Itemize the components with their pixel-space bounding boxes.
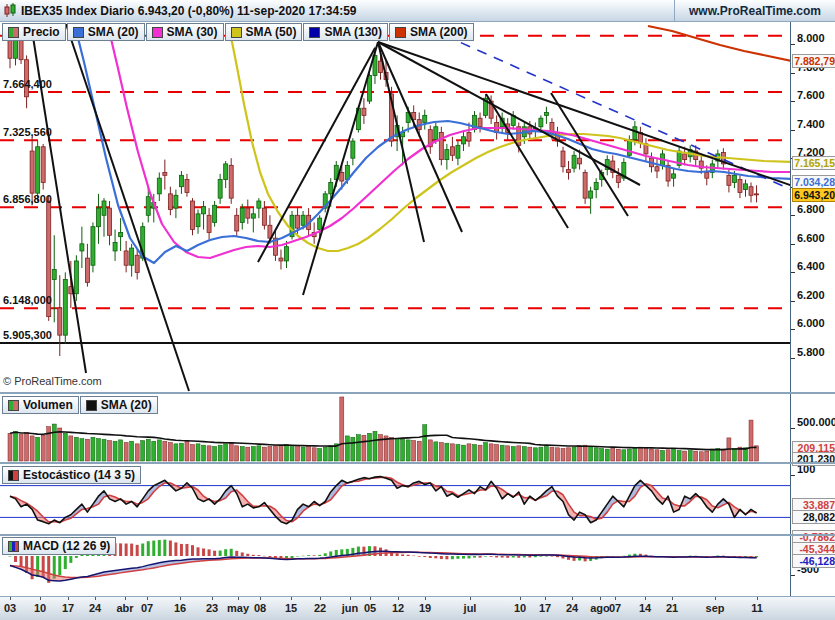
- volume-bar[interactable]: [721, 449, 725, 461]
- volume-bar[interactable]: [41, 435, 45, 461]
- volume-bar[interactable]: [677, 450, 681, 461]
- volume-bar[interactable]: [163, 441, 167, 461]
- volume-bar[interactable]: [589, 446, 593, 461]
- volume-bar[interactable]: [478, 445, 482, 461]
- panel-divider[interactable]: [0, 392, 835, 394]
- volume-bar[interactable]: [190, 445, 194, 462]
- volume-bar[interactable]: [345, 436, 349, 461]
- sma-50-line[interactable]: [228, 22, 792, 251]
- volume-bar[interactable]: [401, 439, 405, 461]
- volume-bar[interactable]: [655, 450, 659, 461]
- volume-bar[interactable]: [710, 449, 714, 461]
- candle[interactable]: [290, 211, 294, 240]
- volume-bar[interactable]: [323, 447, 327, 461]
- legend-chip[interactable]: Estocástico (14 3 5): [2, 466, 141, 484]
- candle[interactable]: [163, 160, 167, 190]
- volume-bar[interactable]: [705, 451, 709, 461]
- volume-bar[interactable]: [312, 448, 316, 461]
- volume-bar[interactable]: [395, 439, 399, 461]
- chart-plot-area[interactable]: [0, 0, 835, 620]
- candle[interactable]: [179, 171, 183, 194]
- volume-bar[interactable]: [522, 446, 526, 461]
- volume-bar[interactable]: [185, 441, 189, 461]
- volume-bar[interactable]: [533, 448, 537, 461]
- volume-bar[interactable]: [307, 446, 311, 461]
- website-link[interactable]: www.ProRealTime.com: [674, 0, 835, 21]
- legend-chip[interactable]: SMA (20): [67, 23, 145, 41]
- candle[interactable]: [511, 111, 515, 130]
- volume-bar[interactable]: [25, 433, 29, 461]
- candle[interactable]: [456, 141, 460, 165]
- candle[interactable]: [743, 180, 747, 197]
- candle[interactable]: [351, 138, 355, 165]
- volume-bar[interactable]: [666, 450, 670, 461]
- volume-bar[interactable]: [583, 445, 587, 461]
- candle[interactable]: [41, 144, 45, 190]
- candle[interactable]: [157, 172, 161, 201]
- volume-bar[interactable]: [445, 443, 449, 461]
- volume-bar[interactable]: [633, 448, 637, 461]
- volume-bar[interactable]: [58, 428, 62, 461]
- volume-bar[interactable]: [572, 447, 576, 461]
- candle[interactable]: [196, 210, 200, 234]
- volume-bar[interactable]: [301, 447, 305, 461]
- candle[interactable]: [91, 222, 95, 272]
- volume-bar[interactable]: [229, 443, 233, 461]
- volume-bar[interactable]: [439, 443, 443, 461]
- volume-bar[interactable]: [390, 437, 394, 461]
- volume-bar[interactable]: [511, 446, 515, 461]
- volume-bar[interactable]: [141, 441, 145, 461]
- candle[interactable]: [445, 144, 449, 170]
- volume-bar[interactable]: [373, 431, 377, 461]
- candle[interactable]: [589, 187, 593, 214]
- candle[interactable]: [168, 187, 172, 216]
- volume-bar[interactable]: [108, 441, 112, 461]
- candle[interactable]: [279, 250, 283, 270]
- volume-bar[interactable]: [251, 446, 255, 461]
- candle[interactable]: [113, 230, 117, 261]
- legend-chip[interactable]: SMA (130): [303, 23, 388, 41]
- time-axis[interactable]: 03101724abr071623may081522jun051219jul10…: [0, 596, 835, 620]
- panel-divider[interactable]: [0, 534, 835, 536]
- price-axis-column[interactable]: 8.0007.8007.6007.4007.2007.0006.8006.600…: [790, 21, 835, 596]
- volume-bar[interactable]: [622, 450, 626, 461]
- candle[interactable]: [135, 250, 139, 280]
- candle[interactable]: [185, 174, 189, 197]
- volume-bar[interactable]: [539, 447, 543, 461]
- trend-line[interactable]: [378, 42, 793, 186]
- volume-bar[interactable]: [528, 447, 532, 461]
- candle[interactable]: [119, 218, 123, 251]
- volume-bar[interactable]: [683, 451, 687, 461]
- volume-bar[interactable]: [340, 397, 344, 461]
- volume-bar[interactable]: [63, 433, 67, 461]
- candle[interactable]: [461, 131, 465, 151]
- volume-bar[interactable]: [246, 447, 250, 461]
- candle[interactable]: [80, 227, 84, 268]
- legend-chip[interactable]: MACD (12 26 9): [2, 537, 116, 555]
- volume-bar[interactable]: [594, 448, 598, 461]
- volume-bar[interactable]: [179, 443, 183, 461]
- volume-bar[interactable]: [688, 450, 692, 461]
- volume-bar[interactable]: [694, 451, 698, 461]
- volume-bar[interactable]: [611, 448, 615, 461]
- sma-200-line[interactable]: [648, 26, 792, 61]
- volume-bar[interactable]: [329, 446, 333, 461]
- volume-bar[interactable]: [240, 446, 244, 461]
- volume-bar[interactable]: [412, 441, 416, 461]
- volume-bar[interactable]: [224, 444, 228, 461]
- volume-bar[interactable]: [69, 436, 73, 461]
- candle[interactable]: [246, 200, 250, 224]
- volume-bar[interactable]: [113, 441, 117, 461]
- volume-bar[interactable]: [157, 440, 161, 461]
- volume-bar[interactable]: [102, 439, 106, 461]
- volume-bar[interactable]: [567, 448, 571, 461]
- volume-bar[interactable]: [627, 449, 631, 461]
- candle[interactable]: [174, 190, 178, 219]
- volume-bar[interactable]: [417, 441, 421, 461]
- legend-chip[interactable]: Volumen: [2, 396, 79, 414]
- volume-bar[interactable]: [456, 445, 460, 462]
- volume-bar[interactable]: [450, 444, 454, 461]
- candle[interactable]: [655, 158, 659, 178]
- volume-bar[interactable]: [124, 443, 128, 461]
- volume-bar[interactable]: [661, 450, 665, 461]
